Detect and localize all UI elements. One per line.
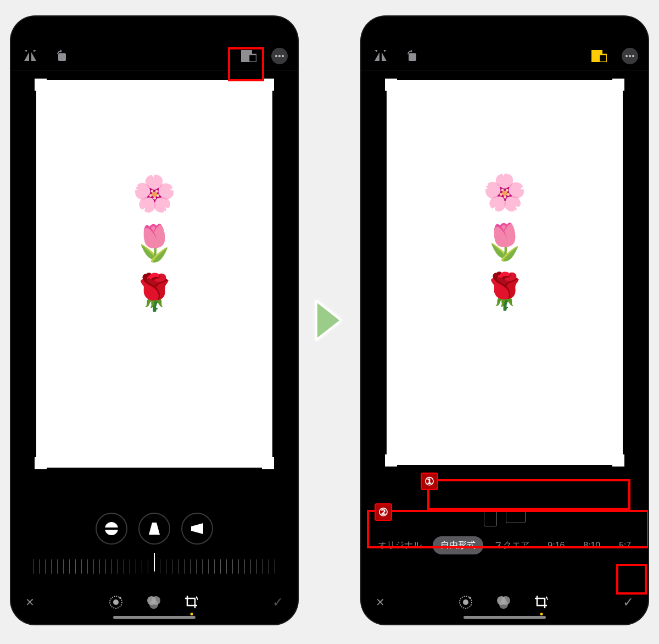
crop-handle-br[interactable] [262, 457, 274, 469]
phone-left: 🌸 🌷 🌹 ✕ [11, 16, 298, 624]
comparison-stage: 🌸 🌷 🌹 ✕ [0, 0, 659, 641]
svg-point-5 [282, 55, 284, 57]
crop-handle-bl[interactable] [385, 454, 397, 467]
phone-right: 🌸 🌷 🌹 オリジナル 自由形式 スクエア 9:16 8:10 5:7 [361, 16, 648, 624]
ruler-marker[interactable] [154, 553, 155, 571]
crop-handle-bl[interactable] [35, 457, 47, 469]
rose-emoji: 🌹 [132, 275, 176, 310]
rotate-icon[interactable] [53, 47, 71, 65]
portrait-orientation-button[interactable] [484, 509, 497, 526]
svg-point-21 [463, 599, 468, 605]
transform-controls [11, 507, 298, 551]
crop-tab-icon[interactable] [184, 595, 199, 610]
straighten-button[interactable] [96, 513, 127, 545]
callout-2: ② [375, 503, 392, 521]
crop-handle-tr[interactable] [612, 79, 624, 91]
vertical-perspective-button[interactable] [138, 513, 170, 545]
svg-point-22 [469, 597, 471, 599]
filters-tab-icon[interactable] [495, 595, 512, 610]
crop-frame[interactable]: 🌸 🌷 🌹 [36, 80, 272, 468]
svg-rect-16 [599, 54, 607, 62]
more-icon[interactable] [271, 48, 288, 64]
angle-ruler[interactable] [33, 553, 276, 580]
status-spacer [361, 16, 648, 42]
home-indicator[interactable] [113, 616, 196, 619]
ratio-9-16[interactable]: 9:16 [540, 537, 572, 554]
tulip-emoji: 🌷 [483, 224, 527, 259]
ratio-5-7[interactable]: 5:7 [611, 537, 639, 554]
flip-icon[interactable] [371, 47, 390, 65]
edit-toolbar [11, 42, 298, 70]
svg-point-13 [149, 600, 158, 609]
crop-tab-icon[interactable] [534, 595, 549, 610]
ratio-freeform[interactable]: 自由形式 [433, 536, 483, 554]
cancel-button[interactable]: ✕ [376, 596, 385, 609]
landscape-orientation-button[interactable] [506, 509, 526, 523]
crop-handle-tl[interactable] [385, 79, 397, 91]
crop-handle-br[interactable] [612, 454, 624, 467]
svg-rect-14 [409, 53, 416, 61]
svg-rect-7 [103, 528, 120, 530]
tulip-emoji: 🌷 [132, 225, 176, 260]
filters-tab-icon[interactable] [146, 595, 162, 610]
crop-handle-tl[interactable] [35, 79, 47, 91]
svg-point-25 [499, 600, 508, 609]
svg-point-9 [113, 599, 119, 605]
adjust-tab-icon[interactable] [108, 595, 124, 610]
blossom-emoji: 🌸 [483, 175, 527, 210]
transition-arrow-icon [314, 298, 344, 342]
ratio-8-10[interactable]: 8:10 [576, 537, 608, 554]
svg-point-4 [278, 55, 281, 57]
orientation-row [484, 509, 526, 526]
rotate-icon[interactable] [403, 47, 422, 65]
svg-rect-0 [58, 53, 66, 61]
svg-point-19 [632, 55, 634, 57]
home-indicator[interactable] [463, 616, 546, 619]
svg-point-18 [629, 55, 631, 57]
aspect-ratio-panel: オリジナル 自由形式 スクエア 9:16 8:10 5:7 [361, 503, 648, 580]
canvas-area[interactable]: 🌸 🌷 🌹 [361, 70, 648, 503]
crop-handle-tr[interactable] [262, 79, 274, 91]
svg-rect-2 [249, 54, 256, 62]
more-icon[interactable] [622, 48, 638, 64]
adjust-tab-icon[interactable] [458, 595, 473, 610]
edit-toolbar [361, 42, 648, 70]
svg-point-3 [275, 55, 277, 57]
crop-frame[interactable]: 🌸 🌷 🌹 [387, 80, 623, 465]
ratio-row: オリジナル 自由形式 スクエア 9:16 8:10 5:7 [361, 536, 648, 554]
ratio-square[interactable]: スクエア [487, 536, 537, 554]
horizontal-perspective-button[interactable] [181, 513, 213, 545]
canvas-area[interactable]: 🌸 🌷 🌹 [11, 70, 298, 507]
status-spacer [11, 16, 298, 42]
image-content: 🌸 🌷 🌹 [483, 175, 527, 309]
cancel-button[interactable]: ✕ [25, 596, 35, 609]
done-button[interactable]: ✓ [623, 595, 634, 610]
image-content: 🌸 🌷 🌹 [132, 176, 176, 310]
aspect-ratio-icon[interactable] [239, 47, 258, 65]
svg-point-17 [626, 55, 628, 57]
rose-emoji: 🌹 [483, 274, 527, 309]
callout-1: ① [421, 473, 438, 490]
aspect-ratio-icon[interactable] [590, 47, 608, 65]
blossom-emoji: 🌸 [132, 176, 176, 211]
svg-point-10 [119, 597, 121, 599]
flip-icon[interactable] [21, 47, 40, 65]
done-button[interactable]: ✓ [272, 595, 283, 610]
ratio-original[interactable]: オリジナル [370, 536, 429, 554]
